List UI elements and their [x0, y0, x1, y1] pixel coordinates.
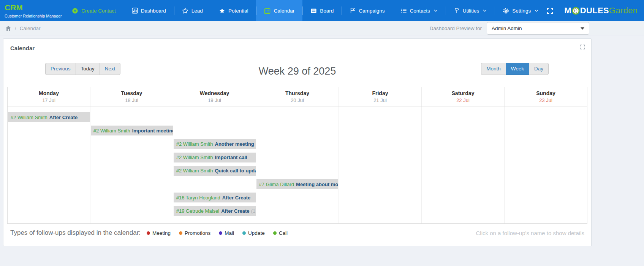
day-date: 21 Jul — [339, 97, 421, 103]
nav-item-utilities[interactable]: Utilities — [446, 0, 495, 21]
event-william-smith-another-meeting[interactable]: #2 William Smith Another meeting — [174, 139, 256, 149]
app-brand: CRM Customer Relationship Manager — [0, 0, 64, 21]
legend-item-update: Update — [242, 230, 265, 236]
top-nav: CRM Customer Relationship Manager Create… — [0, 0, 644, 21]
event-title: Meeting about modul... — [296, 182, 338, 187]
day-header-wednesday: Wednesday 19 Jul — [173, 87, 256, 107]
contact-link[interactable]: #7 Glima Dillard — [259, 182, 294, 187]
nav-item-label: Calendar — [274, 8, 294, 14]
bar-chart-icon — [132, 8, 138, 14]
day-header-thursday: Thursday 20 Jul — [256, 87, 339, 107]
panel-expand-icon[interactable] — [580, 44, 585, 50]
admin-preview-select[interactable]: Admin Admin — [487, 22, 589, 35]
legend-item-label: Meeting — [152, 230, 171, 236]
logo-text-garden: Garden — [609, 6, 638, 16]
day-name: Monday — [8, 90, 90, 96]
modulesgarden-logo: M DULES Garden — [564, 6, 638, 16]
day-header-saturday: Saturday 22 Jul — [421, 87, 504, 107]
panel-title: Calendar — [10, 45, 35, 51]
nav-item-board[interactable]: Board — [302, 0, 342, 21]
event-getrude-maisel-after-create[interactable]: #19 Getrude Maisel After Create (1 Re... — [174, 206, 256, 216]
day-date: 20 Jul — [256, 97, 339, 103]
promotions-dot-icon — [179, 231, 182, 235]
view-month-button[interactable]: Month — [481, 63, 506, 75]
breadcrumb-bar: / Calendar Dashboard Preview for Admin A… — [0, 21, 644, 35]
home-icon[interactable] — [5, 25, 11, 31]
contact-link[interactable]: #16 Taryn Hoogland — [176, 195, 220, 201]
chevron-down-icon — [535, 10, 538, 12]
day-name: Wednesday — [173, 90, 256, 96]
globe-icon — [572, 7, 580, 15]
contact-link[interactable]: #19 Getrude Maisel — [176, 208, 219, 214]
contact-link[interactable]: #2 William Smith — [176, 168, 213, 174]
legend-item-label: Update — [248, 230, 265, 236]
admin-preview-value: Admin Admin — [492, 25, 522, 31]
day-date: 23 Jul — [505, 97, 587, 103]
event-william-smith-important-meeting[interactable]: #2 William Smith Important meeting w... — [91, 126, 173, 135]
view-week-button[interactable]: Week — [506, 63, 529, 75]
event-william-smith-important-call[interactable]: #2 William Smith Important call — [174, 153, 256, 162]
event-taryn-hoogland-after-create[interactable]: #16 Taryn Hoogland After Create — [174, 193, 256, 202]
day-header-sunday: Sunday 23 Jul — [504, 87, 587, 107]
contact-link[interactable]: #2 William Smith — [176, 155, 213, 160]
plus-circle-icon — [72, 8, 78, 14]
legend-item-meeting: Meeting — [147, 230, 171, 236]
legend-item-label: Call — [279, 230, 288, 236]
event-title: After Create — [221, 208, 249, 214]
nav-item-lead[interactable]: Lead — [174, 0, 211, 21]
caret-down-icon — [581, 27, 584, 30]
nav-item-settings[interactable]: Settings — [495, 0, 546, 21]
legend-item-mail: Mail — [219, 230, 234, 236]
next-button[interactable]: Next — [100, 63, 121, 75]
star-icon — [219, 8, 225, 14]
nav-item-label: Settings — [512, 8, 531, 14]
board-icon — [310, 8, 317, 14]
contact-link[interactable]: #2 William Smith — [176, 141, 213, 147]
nav-item-label: Lead — [191, 8, 203, 14]
update-dot-icon — [242, 231, 246, 235]
nav-item-dashboard[interactable]: Dashboard — [124, 0, 174, 21]
nav-item-label: Board — [320, 8, 334, 14]
event-reminder-count: (1 Re... — [251, 208, 256, 214]
today-button[interactable]: Today — [76, 63, 100, 75]
fullscreen-icon[interactable] — [546, 7, 554, 14]
day-name: Thursday — [256, 90, 339, 96]
nav-item-potential[interactable]: Potential — [211, 0, 256, 21]
event-title: After Create — [49, 115, 78, 120]
nav-item-create-contact[interactable]: Create Contact — [64, 0, 124, 21]
brand-subtitle: Customer Relationship Manager — [5, 14, 59, 18]
contact-link[interactable]: #2 William Smith — [11, 115, 47, 120]
meeting-dot-icon — [147, 231, 150, 235]
contact-link[interactable]: #2 William Smith — [93, 128, 130, 134]
event-title: Quick call to update ... — [215, 168, 256, 174]
day-name: Sunday — [505, 90, 587, 96]
nav-item-contacts[interactable]: Contacts — [393, 0, 446, 21]
event-title: After Create — [222, 195, 250, 201]
call-dot-icon — [273, 231, 277, 235]
day-date: 22 Jul — [422, 97, 504, 103]
legend-label: Types of follow-ups displayed in the cal… — [10, 229, 141, 237]
gear-icon — [503, 8, 509, 14]
event-william-smith-after-create[interactable]: #2 William Smith After Create — [8, 112, 90, 122]
previous-button[interactable]: Previous — [45, 63, 76, 75]
nav-item-label: Utilities — [463, 8, 479, 14]
event-title: Important call — [215, 155, 247, 160]
calendar-panel: Calendar Previous Today Next Week 29 of … — [3, 38, 592, 246]
nav-item-campaigns[interactable]: Campaigns — [342, 0, 392, 21]
chevron-down-icon — [483, 10, 487, 12]
nav-item-calendar[interactable]: Calendar — [256, 0, 302, 21]
day-date: 18 Jul — [90, 97, 173, 103]
details-hint: Click on a follow-up's name to show deta… — [476, 230, 585, 236]
day-name: Friday — [339, 90, 421, 96]
event-glima-dillard-meeting[interactable]: #7 Glima Dillard Meeting about modul... — [256, 179, 339, 189]
breadcrumb-separator: / — [15, 25, 16, 31]
breadcrumb-page[interactable]: Calendar — [20, 25, 41, 31]
dashboard-preview-label: Dashboard Preview for — [430, 25, 482, 31]
legend-item-call: Call — [273, 230, 288, 236]
view-day-button[interactable]: Day — [529, 63, 549, 75]
week-grid: Monday 17 Jul Tuesday 18 Jul Wednesday 1… — [7, 87, 587, 224]
day-date: 17 Jul — [8, 97, 90, 103]
event-title: Important meeting w... — [132, 128, 173, 134]
event-william-smith-quick-call[interactable]: #2 William Smith Quick call to update ..… — [174, 166, 256, 176]
logo-text-dules: DULES — [580, 6, 609, 16]
